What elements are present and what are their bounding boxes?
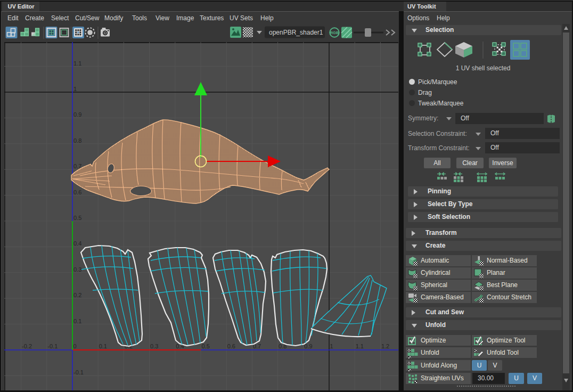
- svg-text:0.3: 0.3: [73, 266, 81, 273]
- svg-text:0.9: 0.9: [73, 111, 81, 118]
- svg-text:1.1: 1.1: [73, 60, 81, 67]
- svg-text:0.8: 0.8: [73, 137, 81, 144]
- svg-text:0.1: 0.1: [73, 318, 81, 324]
- svg-text:0.3: 0.3: [150, 343, 158, 349]
- svg-text:0.6: 0.6: [73, 189, 81, 195]
- svg-text:1: 1: [330, 343, 333, 349]
- svg-text:0.5: 0.5: [73, 215, 81, 221]
- svg-text:openPBR_shader1: openPBR_shader1: [269, 29, 323, 36]
- svg-text:-0.1: -0.1: [47, 343, 58, 349]
- svg-text:1.1: 1.1: [356, 343, 364, 349]
- svg-text:0.4: 0.4: [73, 240, 81, 247]
- svg-text:0.6: 0.6: [227, 343, 235, 349]
- svg-text:-0.1: -0.1: [73, 369, 84, 375]
- svg-text:0.2: 0.2: [73, 292, 81, 298]
- svg-text:RGB: RGB: [330, 30, 339, 35]
- svg-text:-0.2: -0.2: [22, 343, 32, 349]
- svg-text:0: 0: [73, 343, 77, 349]
- svg-text:0.9: 0.9: [304, 343, 312, 349]
- svg-text:0.5: 0.5: [202, 343, 210, 349]
- svg-text:0.1: 0.1: [99, 343, 107, 349]
- svg-text:1.2: 1.2: [381, 343, 389, 349]
- svg-text:1: 1: [73, 86, 77, 92]
